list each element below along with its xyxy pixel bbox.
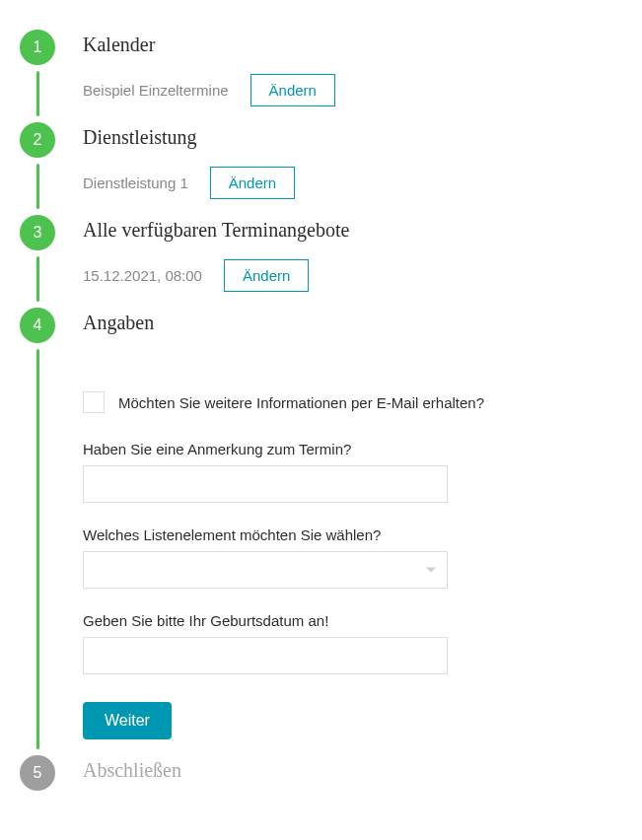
- step-number-badge: 2: [20, 122, 55, 158]
- list-label: Welches Listenelement möchten Sie wählen…: [83, 526, 622, 543]
- email-optin-label: Möchten Sie weitere Informationen per E-…: [118, 394, 484, 411]
- step-title: Abschließen: [83, 755, 622, 782]
- step-connector: [36, 71, 39, 116]
- continue-button[interactable]: Weiter: [83, 702, 172, 739]
- step-marker: 4: [20, 308, 55, 755]
- step-calendar: 1 Kalender Beispiel Einzeltermine Ändern: [20, 30, 622, 122]
- note-label: Haben Sie eine Anmerkung zum Termin?: [83, 441, 622, 457]
- step-marker: 1: [20, 30, 55, 122]
- details-form: Möchten Sie weitere Informationen per E-…: [83, 352, 622, 739]
- step-number-badge: 3: [20, 215, 55, 250]
- step-connector: [36, 256, 39, 302]
- calendar-value: Beispiel Einzeltermine: [83, 82, 229, 99]
- step-summary: Beispiel Einzeltermine Ändern: [83, 74, 622, 106]
- change-appointment-button[interactable]: Ändern: [224, 259, 309, 292]
- note-input[interactable]: [83, 465, 448, 503]
- step-content: Angaben Möchten Sie weitere Informatione…: [83, 308, 622, 755]
- step-number-badge: 1: [20, 30, 55, 65]
- dob-input[interactable]: [83, 637, 448, 674]
- step-details: 4 Angaben Möchten Sie weitere Informatio…: [20, 308, 622, 755]
- dob-label: Geben Sie bitte Ihr Geburtsdatum an!: [83, 612, 622, 629]
- change-service-button[interactable]: Ändern: [210, 167, 295, 199]
- step-connector: [36, 349, 39, 749]
- service-value: Dienstleistung 1: [83, 175, 188, 191]
- appointment-value: 15.12.2021, 08:00: [83, 267, 202, 284]
- step-marker: 5: [20, 755, 55, 800]
- step-number-badge: 5: [20, 755, 55, 791]
- change-calendar-button[interactable]: Ändern: [250, 74, 335, 106]
- step-content: Abschließen: [83, 755, 622, 800]
- step-marker: 2: [20, 122, 55, 215]
- step-marker: 3: [20, 215, 55, 308]
- step-content: Kalender Beispiel Einzeltermine Ändern: [83, 30, 622, 122]
- step-title: Alle verfügbaren Terminangebote: [83, 215, 622, 242]
- list-select-wrapper: [83, 551, 448, 589]
- email-optin-row: Möchten Sie weitere Informationen per E-…: [83, 391, 622, 413]
- step-connector: [36, 164, 39, 209]
- step-content: Dienstleistung Dienstleistung 1 Ändern: [83, 122, 622, 215]
- step-content: Alle verfügbaren Terminangebote 15.12.20…: [83, 215, 622, 308]
- email-optin-checkbox[interactable]: [83, 391, 105, 413]
- booking-wizard: 1 Kalender Beispiel Einzeltermine Ändern…: [20, 30, 622, 800]
- step-title: Dienstleistung: [83, 122, 622, 149]
- list-select[interactable]: [83, 551, 448, 589]
- step-service: 2 Dienstleistung Dienstleistung 1 Ändern: [20, 122, 622, 215]
- note-field-group: Haben Sie eine Anmerkung zum Termin?: [83, 441, 622, 503]
- step-summary: Dienstleistung 1 Ändern: [83, 167, 622, 199]
- list-field-group: Welches Listenelement möchten Sie wählen…: [83, 526, 622, 589]
- step-appointment: 3 Alle verfügbaren Terminangebote 15.12.…: [20, 215, 622, 308]
- step-summary: 15.12.2021, 08:00 Ändern: [83, 259, 622, 292]
- step-title: Angaben: [83, 308, 622, 334]
- step-finish: 5 Abschließen: [20, 755, 622, 800]
- step-number-badge: 4: [20, 308, 55, 343]
- dob-field-group: Geben Sie bitte Ihr Geburtsdatum an!: [83, 612, 622, 674]
- step-title: Kalender: [83, 30, 622, 56]
